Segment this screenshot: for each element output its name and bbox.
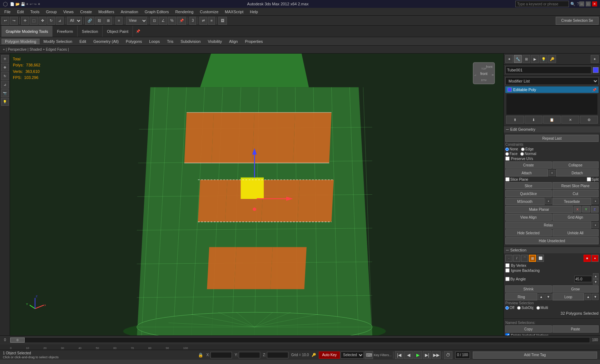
menu-file[interactable]: File — [1, 9, 14, 15]
tessellate-btn[interactable]: Tessellate — [552, 198, 592, 205]
detach-btn[interactable]: Detach — [556, 169, 599, 176]
preserve-uvs-checkbox[interactable] — [505, 156, 510, 161]
grow-btn[interactable]: Grow — [552, 285, 599, 293]
menu-animation[interactable]: Animation — [118, 9, 141, 15]
quickslice-btn[interactable]: QuickSlice — [505, 190, 552, 197]
subtab-edit[interactable]: Edit — [76, 39, 90, 44]
reset-slice-btn[interactable]: Reset Slice Plane — [552, 182, 599, 189]
relax-btn[interactable]: Relax — [505, 221, 591, 229]
relax-extra[interactable]: ▪ — [592, 222, 599, 228]
set-key-btn[interactable]: ⌨ — [365, 351, 373, 359]
y-btn[interactable]: Y — [582, 206, 590, 213]
element-icon[interactable]: ⬜ — [537, 255, 544, 262]
constraint-face[interactable]: Face — [505, 152, 517, 156]
hide-selected-btn[interactable]: Hide Selected — [505, 229, 552, 236]
preview-subobj[interactable]: SubObj — [517, 306, 533, 310]
unhide-all-btn[interactable]: Unhide All — [552, 229, 599, 236]
add-time-tag-btn[interactable]: Add Time Tag — [473, 351, 597, 359]
menu-customize[interactable]: Customize — [197, 9, 221, 15]
render-btn[interactable]: 🖼 — [218, 17, 227, 25]
angle-spin-down[interactable]: ▼ — [593, 279, 599, 285]
next-frame-btn[interactable]: ▶▶ — [432, 351, 441, 359]
attach-btn[interactable]: Attach — [505, 169, 548, 176]
select-button[interactable]: ✛ — [21, 17, 29, 25]
x-value[interactable] — [210, 352, 232, 358]
attach-extra-btn[interactable]: ▪ — [549, 170, 555, 176]
subtab-loops[interactable]: Loops — [145, 39, 163, 44]
x-btn[interactable]: X — [574, 206, 581, 213]
menu-group[interactable]: Group — [43, 9, 60, 15]
panel-icon-extra[interactable]: ✦ — [591, 55, 599, 63]
constraint-normal[interactable]: Normal — [520, 152, 536, 156]
viewport[interactable]: X Y Z front TOP BTM L R front — [10, 54, 504, 335]
paste-sel-btn[interactable]: Paste — [552, 325, 599, 333]
loop-spin-down[interactable]: ▼ — [592, 294, 599, 300]
by-angle-checkbox[interactable] — [505, 277, 510, 281]
ring-btn[interactable]: Ring — [505, 293, 537, 300]
edit-geometry-header[interactable]: ─ Edit Geometry — [504, 126, 600, 133]
modifier-item-editable-poly[interactable]: Editable Poly 📌 — [505, 86, 599, 93]
link-button[interactable]: 🔗 — [85, 17, 94, 25]
menu-views[interactable]: Views — [60, 9, 76, 15]
angle-spin-up[interactable]: ▲ — [593, 273, 599, 279]
slice-plane-check[interactable]: Slice Plane — [505, 177, 586, 181]
stack-btn1[interactable]: ⬆ — [506, 116, 524, 124]
stack-btn5[interactable]: ⚙ — [580, 116, 598, 124]
z-value[interactable] — [267, 352, 288, 358]
ribbon-tab-graphite[interactable]: Graphite Modeling Tools — [1, 26, 53, 37]
spinner-snap-btn[interactable]: 📌 — [177, 17, 186, 25]
object-name-input[interactable] — [505, 66, 591, 74]
collapse-btn[interactable]: Collapse — [552, 161, 599, 169]
angle-snap-btn[interactable]: ∠ — [159, 17, 167, 25]
time-config-btn[interactable]: ⏱ — [444, 351, 452, 359]
ribbon-tab-object-paint[interactable]: Object Paint — [103, 26, 133, 37]
panel-icon-hierarchy[interactable]: ⊞ — [522, 55, 530, 63]
cut-btn[interactable]: Cut — [552, 190, 599, 197]
ribbon-pin[interactable]: 📌 — [136, 29, 140, 33]
angle-input[interactable] — [574, 276, 592, 282]
timeline[interactable]: 0 — [10, 337, 590, 343]
search-input[interactable] — [515, 1, 569, 7]
tessellate-extra[interactable]: ▪ — [592, 198, 599, 204]
subtab-tris[interactable]: Tris — [163, 39, 177, 44]
panel-icon-display[interactable]: 💡 — [540, 55, 547, 63]
rotate-button[interactable]: ↻ — [47, 17, 55, 25]
lt-move[interactable]: ✥ — [1, 64, 9, 71]
prev-btn[interactable]: ◀ — [404, 351, 413, 359]
slice-btn[interactable]: Slice — [505, 182, 552, 189]
selection-header[interactable]: ─ Selection — [504, 247, 600, 253]
z-btn[interactable]: Z — [591, 206, 599, 213]
scale-button[interactable]: ⊿ — [56, 17, 64, 25]
preview-off[interactable]: Off — [505, 306, 514, 310]
layer-btn[interactable]: ≡ — [115, 17, 123, 25]
loop-spin-up[interactable]: ▲ — [585, 294, 591, 300]
stack-btn3[interactable]: 📋 — [543, 116, 561, 124]
panel-icon-create[interactable]: ✦ — [505, 55, 513, 63]
ribbon-tab-freeform[interactable]: Freeform — [53, 26, 78, 37]
constraint-none[interactable]: None — [505, 147, 518, 151]
subtab-polygon-modeling[interactable]: Polygon Modeling — [1, 39, 40, 44]
maximize-button[interactable]: □ — [586, 1, 591, 6]
stack-btn4[interactable]: ✕ — [561, 116, 579, 124]
copy-sel-btn[interactable]: Copy — [505, 325, 552, 333]
ignore-backfacing-checkbox[interactable] — [505, 268, 510, 273]
align-btn[interactable]: ≡ — [208, 17, 215, 25]
grid-align-btn[interactable]: Grid Align — [552, 214, 599, 221]
by-vertex-checkbox[interactable] — [505, 263, 510, 268]
panel-icon-motion[interactable]: ▶ — [531, 55, 539, 63]
undo-button[interactable]: ↩ — [1, 17, 9, 25]
border-icon[interactable]: ⌒ — [521, 255, 528, 262]
make-planar-btn[interactable]: Make Planar — [505, 206, 573, 213]
unlink-button[interactable]: ⛓ — [95, 17, 104, 25]
autokey-btn[interactable]: Auto Key — [319, 351, 340, 359]
lt-select[interactable]: ✛ — [1, 55, 9, 63]
lt-rotate[interactable]: ↻ — [1, 72, 9, 80]
loop-btn[interactable]: Loop — [552, 293, 585, 300]
help-icon[interactable]: ? — [577, 1, 579, 6]
menu-create[interactable]: Create — [77, 9, 95, 15]
subtab-modify-selection[interactable]: Modify Selection — [40, 39, 76, 44]
close-button[interactable]: ✕ — [592, 1, 597, 6]
bind-space-button[interactable]: ⊞ — [104, 17, 112, 25]
shrink-btn[interactable]: Shrink — [505, 285, 552, 293]
percent-snap-btn[interactable]: % — [168, 17, 176, 25]
